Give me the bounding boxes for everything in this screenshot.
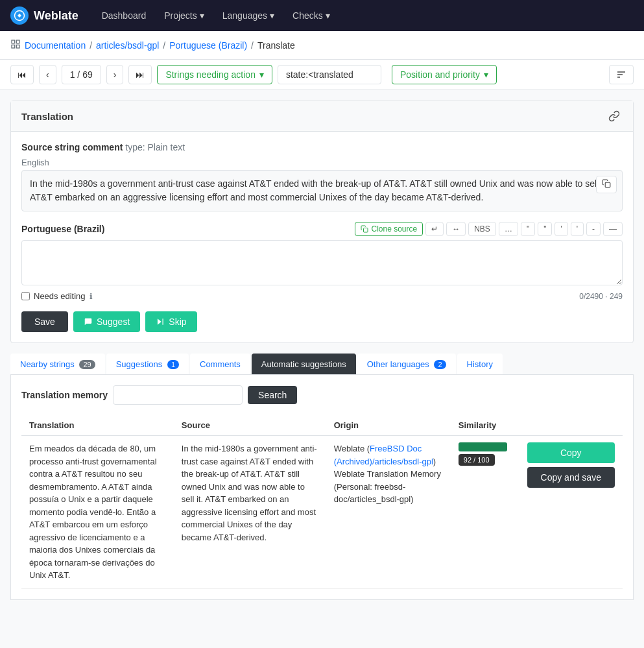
table-row: Em meados da década de 80, um processo a… bbox=[21, 436, 623, 589]
return-char-button[interactable]: ↵ bbox=[425, 222, 444, 236]
result-actions: Copy Copy and save bbox=[519, 436, 623, 589]
hyphen-button[interactable]: - bbox=[586, 222, 601, 236]
needs-editing-label[interactable]: Needs editing bbox=[34, 291, 86, 301]
source-lang-label: English bbox=[21, 158, 623, 167]
link-icon-button[interactable] bbox=[606, 108, 623, 125]
nav-dashboard[interactable]: Dashboard bbox=[94, 5, 154, 26]
breadcrumb-icon bbox=[10, 39, 21, 51]
results-table: Translation Source Origin Similarity Em … bbox=[21, 415, 623, 589]
breadcrumb-sep: / bbox=[89, 40, 92, 51]
tab-suggestions[interactable]: Suggestions 1 bbox=[106, 354, 189, 374]
svg-rect-8 bbox=[605, 182, 610, 187]
tab-other-languages[interactable]: Other languages 2 bbox=[357, 354, 456, 374]
breadcrumb-sep: / bbox=[163, 40, 165, 51]
search-button[interactable]: Search bbox=[248, 386, 297, 404]
clone-source-button[interactable]: Clone source bbox=[355, 222, 423, 236]
source-text-box: In the mid-1980s a government anti-trust… bbox=[21, 170, 623, 211]
breadcrumb-articles[interactable]: articles/bsdl-gpl bbox=[96, 40, 159, 51]
chevron-down-icon: ▾ bbox=[200, 10, 204, 21]
strings-filter-dropdown[interactable]: Strings needing action ▾ bbox=[157, 65, 272, 84]
next-page-button[interactable]: › bbox=[106, 65, 124, 84]
nav-languages[interactable]: Languages ▾ bbox=[215, 5, 282, 26]
nav-checks[interactable]: Checks ▾ bbox=[285, 5, 338, 26]
col-actions bbox=[519, 415, 623, 436]
source-comment: Source string comment type: Plain text bbox=[21, 142, 623, 152]
svg-marker-10 bbox=[158, 318, 161, 324]
similarity-bar bbox=[459, 442, 507, 451]
suggestions-badge: 1 bbox=[167, 360, 179, 369]
col-similarity: Similarity bbox=[451, 415, 519, 436]
chevron-down-icon: ▾ bbox=[484, 69, 488, 80]
result-similarity: 92 / 100 bbox=[451, 436, 519, 589]
skip-button[interactable]: Skip bbox=[145, 311, 197, 332]
breadcrumb-sep: / bbox=[251, 40, 254, 51]
textarea-footer: Needs editing ℹ 0/2490 · 249 bbox=[21, 291, 623, 301]
translation-textarea[interactable] bbox=[21, 240, 623, 285]
svg-rect-1 bbox=[12, 40, 15, 43]
memory-label: Translation memory bbox=[21, 390, 108, 400]
result-translation: Em meados da década de 80, um processo a… bbox=[21, 436, 174, 589]
tab-nearby-strings[interactable]: Nearby strings 29 bbox=[10, 354, 105, 374]
tab-history[interactable]: History bbox=[457, 354, 503, 374]
svg-rect-9 bbox=[364, 228, 368, 233]
rsquote-button[interactable]: ' bbox=[571, 222, 584, 236]
brand-link[interactable]: Weblate bbox=[10, 6, 78, 25]
lsquote-button[interactable]: ' bbox=[555, 222, 567, 236]
emdash-button[interactable]: — bbox=[603, 222, 623, 236]
needs-editing-row: Needs editing ℹ bbox=[21, 291, 93, 301]
breadcrumb: Documentation / articles/bsdl-gpl / Port… bbox=[0, 31, 644, 60]
tab-automatic-suggestions[interactable]: Automatic suggestions bbox=[252, 354, 356, 374]
action-col: Copy Copy and save bbox=[527, 442, 615, 488]
ellipsis-button[interactable]: … bbox=[499, 222, 518, 236]
result-origin: Weblate (FreeBSD Doc (Archived)/articles… bbox=[326, 436, 451, 589]
result-source: In the mid-1980s a government anti-trust… bbox=[174, 436, 326, 589]
target-label-row: Portuguese (Brazil) Clone source ↵ ↔ NBS… bbox=[21, 222, 623, 236]
nearby-badge: 29 bbox=[79, 360, 95, 369]
last-page-button[interactable]: ⏭ bbox=[128, 65, 152, 84]
first-page-button[interactable]: ⏮ bbox=[10, 65, 34, 84]
rdquote-button[interactable]: " bbox=[538, 222, 552, 236]
nbs-button[interactable]: NBS bbox=[468, 222, 496, 236]
other-lang-badge: 2 bbox=[434, 360, 446, 369]
chevron-down-icon: ▾ bbox=[326, 10, 330, 21]
card-body: Source string comment type: Plain text E… bbox=[11, 132, 633, 342]
filter-value: state:<translated bbox=[278, 65, 381, 84]
brand-name: Weblate bbox=[34, 9, 78, 23]
target-tools: Clone source ↵ ↔ NBS … " " ' ' - — bbox=[355, 222, 623, 236]
tab-content-automatic: Translation memory Search Translation So… bbox=[10, 374, 634, 600]
bidirectional-char-button[interactable]: ↔ bbox=[446, 222, 466, 236]
svg-rect-2 bbox=[16, 40, 19, 43]
svg-rect-3 bbox=[12, 45, 15, 48]
needs-editing-checkbox[interactable] bbox=[21, 292, 30, 300]
table-body: Em meados da década de 80, um processo a… bbox=[21, 436, 623, 589]
svg-rect-4 bbox=[16, 45, 19, 48]
copy-and-save-button[interactable]: Copy and save bbox=[527, 467, 615, 488]
breadcrumb-ptbr[interactable]: Portuguese (Brazil) bbox=[169, 40, 247, 51]
save-button[interactable]: Save bbox=[21, 311, 68, 332]
source-text: In the mid-1980s a government anti-trust… bbox=[30, 178, 608, 202]
table-header: Translation Source Origin Similarity bbox=[21, 415, 623, 436]
chevron-down-icon: ▾ bbox=[259, 69, 264, 80]
chevron-down-icon: ▾ bbox=[270, 10, 274, 21]
memory-search-input[interactable] bbox=[113, 385, 243, 405]
page-counter: 1 / 69 bbox=[62, 65, 101, 84]
tab-comments[interactable]: Comments bbox=[190, 354, 250, 374]
memory-search-row: Translation memory Search bbox=[21, 385, 623, 405]
ldquote-button[interactable]: " bbox=[521, 222, 535, 236]
card-header: Translation bbox=[11, 101, 633, 132]
prev-page-button[interactable]: ‹ bbox=[39, 65, 56, 84]
copy-button[interactable]: Copy bbox=[527, 442, 615, 463]
target-lang-label: Portuguese (Brazil) bbox=[21, 224, 104, 234]
brand-icon bbox=[10, 6, 29, 25]
breadcrumb-docs[interactable]: Documentation bbox=[25, 40, 86, 51]
nav-projects[interactable]: Projects ▾ bbox=[156, 5, 212, 26]
tabs: Nearby strings 29 Suggestions 1 Comments… bbox=[10, 354, 634, 374]
suggest-button[interactable]: Suggest bbox=[73, 311, 140, 332]
sort-dropdown[interactable]: Position and priority ▾ bbox=[392, 65, 497, 84]
sort-options-button[interactable] bbox=[609, 65, 634, 84]
nav-links: Dashboard Projects ▾ Languages ▾ Checks … bbox=[94, 5, 338, 26]
navbar: Weblate Dashboard Projects ▾ Languages ▾… bbox=[0, 0, 644, 31]
copy-source-button[interactable] bbox=[596, 176, 617, 193]
action-buttons: Save Suggest Skip bbox=[21, 311, 623, 332]
similarity-bar-container: 92 / 100 bbox=[459, 442, 512, 466]
